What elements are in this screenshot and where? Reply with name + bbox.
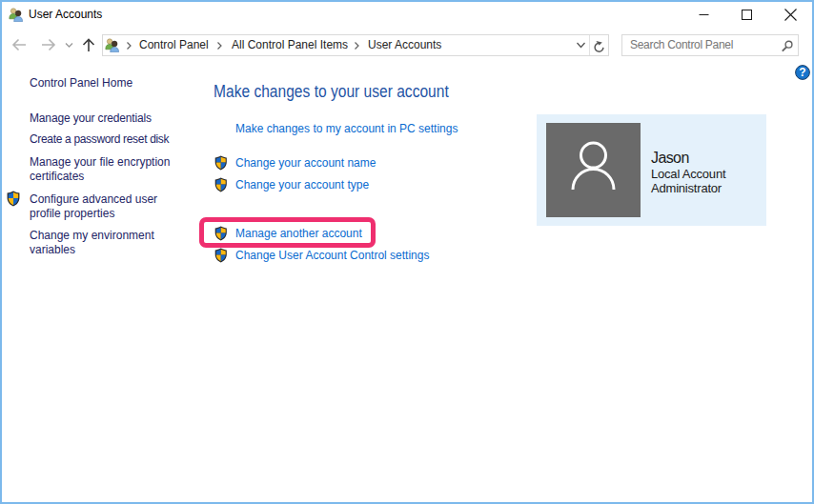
svg-text:?: ? bbox=[799, 66, 805, 79]
